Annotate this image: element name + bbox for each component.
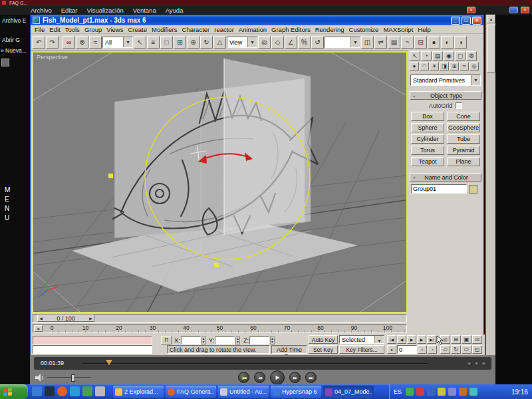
previous-frame-icon[interactable]: ◀ <box>397 335 406 344</box>
pan-icon[interactable]: ▱ <box>440 345 450 354</box>
close-icon[interactable]: × <box>472 17 481 25</box>
helpers-icon[interactable]: ⊞ <box>450 62 459 70</box>
undo-icon[interactable]: ↶ <box>33 36 45 49</box>
schematic-view-icon[interactable]: ⊟ <box>414 36 427 49</box>
menu-editar[interactable]: Editar <box>61 7 78 14</box>
material-editor-icon[interactable]: ● <box>428 36 440 49</box>
seek-track[interactable] <box>82 363 428 365</box>
task-untitled[interactable]: Untitled - Au... <box>218 386 269 398</box>
zoom-all-icon[interactable]: ⊞ <box>451 335 461 344</box>
coord-system-dropdown[interactable]: View ▼ <box>227 37 257 48</box>
object-name-field[interactable] <box>411 184 467 194</box>
quick-launch-icon[interactable] <box>82 386 92 396</box>
minimize-icon[interactable]: _ <box>451 17 460 25</box>
primitive-category-dropdown[interactable]: Standard Primitives ▼ <box>410 74 481 86</box>
scrollbar-thumb[interactable] <box>487 25 495 72</box>
sidebar-link-archivo[interactable]: Archivo E <box>2 17 30 24</box>
tray-icon[interactable] <box>438 388 446 396</box>
player-option-icon[interactable] <box>467 361 471 366</box>
skip-start-icon[interactable]: |◀◀ <box>238 372 249 383</box>
min-max-toggle-icon[interactable]: ◱ <box>472 345 482 354</box>
play-icon[interactable]: ▶ <box>270 370 285 385</box>
quick-launch-icon[interactable] <box>57 386 67 396</box>
quick-launch-icon[interactable] <box>70 386 80 396</box>
player-seek-bar[interactable]: 00:01:39 <box>34 357 491 370</box>
volume-thumb[interactable] <box>71 374 75 382</box>
close-inner-icon[interactable]: × <box>467 7 475 13</box>
sidebar-link-nueva[interactable]: » Nueva... <box>1 47 29 54</box>
box-button[interactable]: Box <box>411 112 444 121</box>
menu-views[interactable]: Views <box>104 26 125 33</box>
selection-filter-dropdown[interactable]: All ▼ <box>102 37 133 48</box>
percent-snap-icon[interactable]: % <box>298 36 311 49</box>
tray-icon[interactable] <box>427 388 435 396</box>
sidebar-link-abrir[interactable]: Abrir G <box>2 37 30 43</box>
task-faq[interactable]: FAQ Genera... <box>166 386 216 398</box>
max-titlebar[interactable]: Fish_Model_pt1.max - 3ds max 6 _ □ × <box>31 15 483 25</box>
systems-icon[interactable]: ◎ <box>469 62 479 70</box>
z-spinner[interactable]: ▲▼ <box>270 336 275 344</box>
menu-ayuda[interactable]: Ayuda <box>166 7 184 14</box>
spacewarps-icon[interactable]: ≈ <box>460 62 469 70</box>
start-button[interactable] <box>0 384 28 399</box>
plane-button[interactable]: Plane <box>447 157 480 166</box>
menu-tools[interactable]: Tools <box>63 26 82 33</box>
maximize-icon[interactable]: □ <box>462 17 471 25</box>
torus-button[interactable]: Torus <box>411 146 444 155</box>
viewport-canvas[interactable] <box>33 53 406 312</box>
tab-modify-icon[interactable]: ◔ <box>421 51 432 61</box>
geosphere-button[interactable]: GeoSphere <box>447 123 480 132</box>
y-spinner[interactable]: ▲▼ <box>235 336 240 344</box>
scroll-up-icon[interactable]: ▲ <box>487 15 495 23</box>
align-icon[interactable]: ⇌ <box>374 36 387 49</box>
current-frame-field[interactable]: 0 <box>397 345 417 354</box>
menu-rendering[interactable]: Rendering <box>313 26 346 33</box>
quick-render-icon[interactable]: ◑ <box>454 36 467 49</box>
track-bar[interactable]: ≡ 0 10 20 30 40 50 60 70 80 90 100 <box>33 324 407 333</box>
menu-archivo[interactable]: Archivo <box>31 7 52 14</box>
go-to-start-icon[interactable]: |◀ <box>387 335 396 344</box>
tab-motion-icon[interactable]: ◉ <box>444 51 454 61</box>
menu-edit[interactable]: Edit <box>47 26 62 33</box>
cameras-icon[interactable]: ◨ <box>440 62 449 70</box>
task-explorer[interactable]: 2 Explorad... <box>113 386 164 398</box>
geometry-icon[interactable]: ● <box>410 62 419 70</box>
select-by-name-icon[interactable]: ≡ <box>147 36 160 49</box>
snap-toggle-icon[interactable]: ◇ <box>271 36 284 49</box>
object-type-rollout[interactable]: - Object Type <box>410 91 481 100</box>
window-button[interactable] <box>509 7 518 13</box>
x-coord-field[interactable] <box>181 336 201 344</box>
player-option-icon[interactable] <box>474 361 479 366</box>
task-hypersnap[interactable]: HyperSnap 6 <box>271 386 321 398</box>
tab-utilities-icon[interactable]: ⚙ <box>466 51 477 61</box>
set-key-button[interactable]: Set Key <box>309 345 338 354</box>
crossing-toggle-icon[interactable]: ⊞ <box>174 36 186 49</box>
select-rotate-icon[interactable]: ↻ <box>200 36 213 49</box>
tray-icon[interactable] <box>448 388 456 396</box>
key-selection-dropdown[interactable]: Selected ▼ <box>339 335 384 344</box>
close-outer-icon[interactable]: × <box>521 7 529 13</box>
frame-back-icon[interactable]: ◀ <box>38 316 44 321</box>
tab-create-icon[interactable]: ↖ <box>410 51 420 61</box>
tab-hierarchy-icon[interactable]: ▤ <box>432 51 443 61</box>
menu-file[interactable]: File <box>33 26 47 33</box>
lights-icon[interactable]: ☀ <box>430 62 439 70</box>
language-indicator[interactable]: ES <box>394 388 402 395</box>
time-config-icon[interactable]: ◔ <box>428 345 437 354</box>
page-scrollbar[interactable]: ▲ ▼ <box>485 15 495 370</box>
select-move-icon[interactable]: ⊕ <box>187 36 200 49</box>
menu-graph-editors[interactable]: Graph Editors <box>269 26 313 33</box>
sidebar-icon[interactable] <box>1 59 9 66</box>
menu-maxscript[interactable]: MAXScript <box>381 26 415 33</box>
menu-modifiers[interactable]: Modifiers <box>150 26 180 33</box>
tray-icon[interactable] <box>459 388 467 396</box>
tray-icon[interactable] <box>406 388 414 396</box>
tube-button[interactable]: Tube <box>447 134 480 144</box>
x-spinner[interactable]: ▲▼ <box>201 336 206 344</box>
region-zoom-icon[interactable]: ▭ <box>462 345 471 354</box>
listener-input[interactable] <box>33 345 152 354</box>
unlink-icon[interactable]: ⊗ <box>76 36 88 49</box>
z-coord-field[interactable] <box>249 336 269 344</box>
name-color-rollout[interactable]: - Name and Color <box>410 173 481 182</box>
rewind-icon[interactable]: ◀◀ <box>254 372 265 383</box>
